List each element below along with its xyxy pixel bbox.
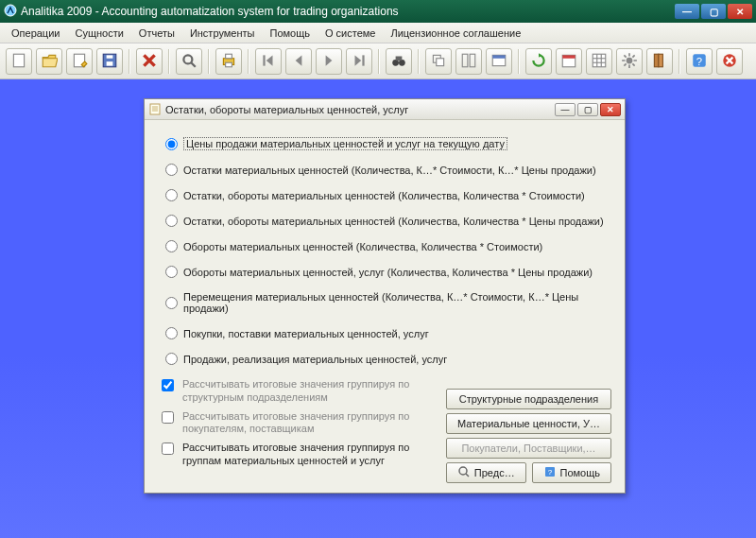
edit-button[interactable] [66,48,93,75]
report-option-3[interactable]: Остатки, обороты материальных ценностей … [165,215,611,227]
tile-icon [460,52,477,71]
dialog-minimize-button[interactable]: — [555,103,576,116]
report-option-7[interactable]: Покупки, поставки материальных ценностей… [165,327,611,339]
help-button[interactable]: ? Помощь [532,462,612,483]
print-icon [220,52,237,71]
refresh-button[interactable] [525,48,552,75]
search-icon [180,52,198,71]
dialog-balances: Остатки, обороты материальных ценностей,… [144,98,626,494]
menu-entities[interactable]: Сущности [69,26,129,41]
cascade-icon [430,52,447,71]
report-option-8[interactable]: Продажи, реализация материальных ценност… [165,353,611,365]
search-icon [457,465,471,480]
grid-button[interactable] [586,48,612,75]
open-button[interactable] [36,48,62,75]
report-radio-2[interactable] [165,189,178,201]
menu-license[interactable]: Лицензионное соглашение [385,26,526,41]
maximize-button[interactable]: ▢ [701,4,726,19]
report-label-1: Остатки материальных ценностей (Количест… [183,165,596,176]
last-icon [351,52,368,71]
new-button[interactable] [6,48,32,75]
report-option-1[interactable]: Остатки материальных ценностей (Количест… [165,164,611,176]
dialog-window-controls: — ▢ ✕ [555,103,621,116]
edit-icon [71,52,88,71]
close-app-icon [721,52,738,71]
svg-rect-15 [396,56,403,61]
delete-button[interactable] [136,48,163,75]
tile-button[interactable] [455,48,482,75]
svg-rect-23 [562,55,576,58]
dialog-titlebar[interactable]: Остатки, обороты материальных ценностей,… [145,99,625,120]
svg-point-39 [459,467,467,475]
svg-text:?: ? [547,468,552,477]
binoculars-button[interactable] [386,48,412,75]
help-button[interactable]: ? [686,48,713,75]
dialog-close-button[interactable]: ✕ [600,103,621,116]
report-option-4[interactable]: Обороты материальных ценностей (Количест… [165,240,611,252]
cascade-button[interactable] [425,48,452,75]
report-option-5[interactable]: Обороты материальных ценностей, услуг (К… [165,266,611,278]
dialog-maximize-button[interactable]: ▢ [577,103,598,116]
settings-icon [621,52,638,71]
svg-point-6 [183,55,192,63]
prev-icon [290,52,307,71]
report-label-3: Остатки, обороты материальных ценностей … [183,216,604,227]
close-button[interactable]: ✕ [728,4,752,19]
close-app-button[interactable] [716,48,743,75]
report-option-0[interactable]: Цены продажи материальных ценностей и ус… [165,137,611,150]
grid-icon [591,52,608,71]
menu-reports[interactable]: Отчеты [133,26,180,41]
open-icon [41,52,58,71]
settings-button[interactable] [616,48,643,75]
report-radio-3[interactable] [165,215,178,227]
window-icon [490,52,507,71]
svg-line-40 [466,474,469,477]
svg-text:?: ? [696,55,702,66]
binoculars-icon [390,52,407,71]
calendar-button[interactable] [556,48,582,75]
report-radio-7[interactable] [165,327,178,339]
preview-button[interactable]: Предс… [446,462,526,483]
report-radio-8[interactable] [165,353,178,365]
menu-help[interactable]: Помощь [264,26,316,41]
report-radio-6[interactable] [165,297,178,309]
help-label: Помощь [560,467,601,478]
menu-about[interactable]: О системе [319,26,381,41]
report-radio-4[interactable] [165,240,178,252]
svg-rect-19 [470,54,475,67]
svg-point-29 [627,57,633,63]
ledger-icon [651,52,668,71]
report-label-4: Обороты материальных ценностей (Количест… [183,241,542,252]
print-button[interactable] [215,48,242,75]
search-button[interactable] [176,48,202,75]
next-button[interactable] [316,48,342,75]
svg-rect-4 [107,61,113,66]
mdi-area: Остатки, обороты материальных ценностей,… [0,79,756,538]
report-option-2[interactable]: Остатки, обороты материальных ценностей … [165,189,611,201]
report-radio-5[interactable] [165,266,178,278]
report-radio-1[interactable] [165,164,178,176]
svg-rect-31 [659,54,663,67]
first-button[interactable] [255,48,282,75]
window-controls: — ▢ ✕ [675,4,752,19]
prev-button[interactable] [285,48,312,75]
last-button[interactable] [346,48,372,75]
report-radio-0[interactable] [165,138,178,150]
menu-operations[interactable]: Операции [6,26,65,41]
save-button[interactable] [96,48,123,75]
buyers-button[interactable]: Покупатели, Поставщики,… [446,438,611,459]
menu-tools[interactable]: Инструменты [184,26,261,41]
svg-rect-5 [107,55,113,58]
structural-button[interactable]: Структурные подразделения [446,389,611,409]
ledger-button[interactable] [646,48,673,75]
report-option-6[interactable]: Перемещения материальных ценностей (Коли… [165,291,611,314]
window-button[interactable] [486,48,512,75]
toolbar: ? [0,43,756,79]
menubar: Операции Сущности Отчеты Инструменты Пом… [0,23,756,43]
dialog-right-buttons: Структурные подразделения Материальные ц… [158,389,611,483]
notepad-icon [148,102,162,117]
minimize-button[interactable]: — [675,4,699,19]
materials-button[interactable]: Материальные ценности, У… [446,413,611,434]
svg-rect-1 [13,54,24,67]
new-icon [10,52,27,71]
